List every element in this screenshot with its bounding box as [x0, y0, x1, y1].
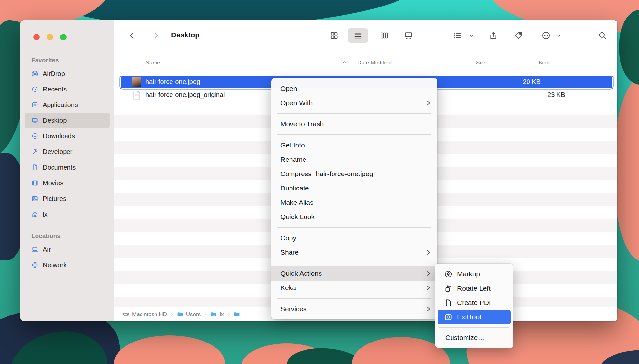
column-header-size[interactable]: Size: [476, 60, 487, 66]
sidebar-favorites-list: AirDrop Recents Applications Desktop Dow…: [25, 66, 110, 222]
menu-item-copy[interactable]: Copy: [271, 231, 437, 245]
chevron-down-icon[interactable]: [469, 33, 474, 38]
file-name: hair-force-one.jpeg_original: [145, 91, 225, 98]
globe-icon: [31, 261, 38, 269]
menu-item-make-alias[interactable]: Make Alias: [271, 195, 437, 210]
menu-item-rename[interactable]: Rename: [271, 152, 437, 167]
submenu-item-exiftool[interactable]: ExifTool: [438, 310, 511, 324]
menu-item-duplicate[interactable]: Duplicate: [271, 181, 437, 195]
submenu-arrow-icon: [426, 249, 431, 255]
sidebar: Favorites AirDrop Recents Applications D…: [20, 20, 114, 321]
sidebar-item-label: Downloads: [43, 133, 75, 140]
sidebar-item-developer[interactable]: Developer: [25, 144, 110, 160]
menu-item-label: Open: [280, 85, 297, 92]
path-item-lx[interactable]: lx: [210, 311, 224, 318]
column-header-kind[interactable]: Kind: [539, 60, 550, 66]
chevron-right-icon: [227, 313, 230, 316]
menu-item-get-info[interactable]: Get Info: [271, 138, 437, 152]
column-headers: Name Date Modified Size Kind: [114, 56, 617, 70]
path-item-users[interactable]: Users: [177, 311, 201, 318]
menu-separator: [277, 134, 431, 135]
window-title: Desktop: [171, 31, 200, 39]
sidebar-section-heading: Favorites: [31, 57, 59, 64]
sidebar-item-label: Documents: [43, 164, 76, 171]
column-header-name[interactable]: Name: [145, 60, 160, 66]
zoom-button[interactable]: [60, 34, 67, 40]
path-item-folder[interactable]: [233, 311, 240, 318]
path-item-label: Macintosh HD: [132, 311, 167, 318]
path-item-macintosh-hd[interactable]: Macintosh HD: [123, 311, 167, 318]
column-divider: [354, 60, 354, 67]
tag-icon[interactable]: [514, 31, 523, 40]
background-shape: [615, 78, 639, 260]
submenu-item-label: Customize…: [445, 334, 484, 342]
folder-icon: [210, 311, 217, 318]
menu-item-compress[interactable]: Compress “hair-force-one.jpeg”: [271, 167, 437, 181]
sidebar-item-pictures[interactable]: Pictures: [25, 191, 110, 206]
sidebar-item-label: lx: [43, 211, 47, 218]
sidebar-item-recents[interactable]: Recents: [25, 81, 110, 97]
document-icon: [31, 164, 38, 171]
sidebar-item-air[interactable]: Air: [25, 242, 110, 257]
submenu-arrow-icon: [426, 285, 431, 291]
submenu-item-create-pdf[interactable]: Create PDF: [438, 296, 511, 310]
submenu-item-markup[interactable]: Markup: [438, 267, 511, 281]
menu-item-quick-look[interactable]: Quick Look: [271, 210, 437, 224]
submenu-item-rotate-left[interactable]: Rotate Left: [438, 281, 511, 296]
more-icon[interactable]: [542, 31, 551, 40]
airdrop-icon: [31, 70, 38, 77]
menu-item-move-to-trash[interactable]: Move to Trash: [271, 117, 437, 131]
back-button[interactable]: [127, 31, 137, 40]
hard-drive-icon: [123, 311, 129, 318]
minimize-button[interactable]: [47, 34, 53, 40]
column-header-date-modified[interactable]: Date Modified: [357, 60, 392, 66]
submenu-arrow-icon: [426, 271, 431, 276]
desktop-icon: [31, 117, 38, 124]
sidebar-item-airdrop[interactable]: AirDrop: [25, 66, 110, 81]
menu-item-label: Rename: [280, 156, 306, 163]
sidebar-item-downloads[interactable]: Downloads: [25, 128, 110, 144]
submenu-item-customize[interactable]: Customize…: [438, 330, 511, 345]
sidebar-item-label: Air: [43, 246, 51, 253]
quick-actions-submenu: Markup Rotate Left Create PDF ExifTool C…: [435, 264, 513, 348]
sidebar-item-network[interactable]: Network: [25, 257, 110, 273]
list-view-button[interactable]: [353, 31, 363, 40]
photo-icon: [31, 195, 38, 202]
chevron-down-icon[interactable]: [557, 33, 561, 38]
sidebar-item-label: Movies: [43, 179, 63, 187]
forward-button[interactable]: [152, 31, 161, 40]
sidebar-item-documents[interactable]: Documents: [25, 160, 110, 175]
sidebar-item-label: Developer: [43, 148, 72, 156]
gallery-view-button[interactable]: [404, 31, 413, 40]
sidebar-locations-list: Air Network: [25, 242, 110, 273]
path-item-label: lx: [220, 311, 224, 318]
film-icon: [31, 179, 38, 187]
chevron-right-icon: [170, 313, 174, 316]
menu-item-open[interactable]: Open: [271, 81, 437, 96]
exiftool-icon: [444, 313, 453, 321]
submenu-item-label: ExifTool: [457, 313, 481, 321]
menu-item-label: Duplicate: [280, 184, 309, 192]
file-size: 23 KB: [547, 91, 565, 98]
column-view-button[interactable]: [380, 31, 389, 40]
search-icon[interactable]: [598, 31, 607, 40]
menu-item-share[interactable]: Share: [271, 245, 437, 259]
menu-item-quick-actions[interactable]: Quick Actions: [271, 266, 437, 281]
sidebar-item-applications[interactable]: Applications: [25, 97, 110, 113]
share-icon[interactable]: [489, 31, 498, 40]
close-button[interactable]: [33, 34, 40, 40]
group-icon[interactable]: [453, 31, 462, 40]
path-item-label: Users: [186, 311, 201, 318]
menu-item-open-with[interactable]: Open With: [271, 96, 437, 110]
icon-view-button[interactable]: [330, 31, 339, 40]
sidebar-item-lx[interactable]: lx: [25, 206, 110, 222]
sidebar-item-movies[interactable]: Movies: [25, 175, 110, 191]
applications-icon: [31, 101, 38, 108]
menu-item-keka[interactable]: Keka: [271, 281, 437, 295]
menu-item-label: Services: [280, 305, 307, 313]
sidebar-item-desktop[interactable]: Desktop: [25, 113, 110, 128]
menu-item-label: Share: [280, 248, 299, 256]
menu-item-label: Copy: [280, 234, 296, 242]
rotate-left-icon: [444, 284, 453, 293]
menu-item-services[interactable]: Services: [271, 302, 437, 316]
